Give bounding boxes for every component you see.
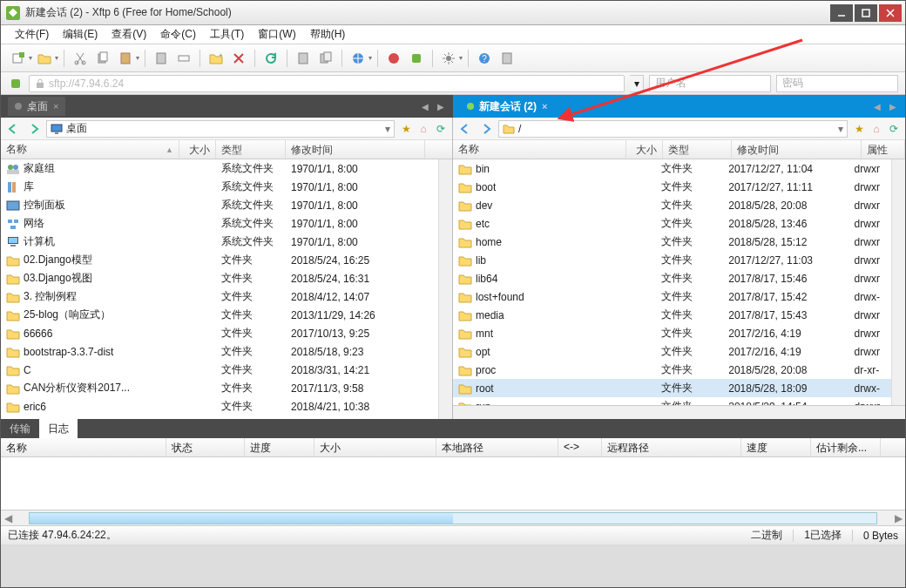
transfer-list[interactable]	[1, 457, 905, 510]
refresh-icon[interactable]: ⟳	[886, 121, 902, 137]
xcol-speed[interactable]: 速度	[741, 438, 811, 456]
col-mtime[interactable]: 修改时间	[286, 140, 425, 159]
new-session-icon[interactable]	[8, 48, 29, 69]
scrollbar[interactable]	[438, 159, 452, 419]
properties-icon[interactable]	[151, 48, 172, 69]
table-row[interactable]: mnt文件夹2017/2/16, 4:19drwxr	[453, 324, 891, 342]
cut-icon[interactable]	[70, 48, 91, 69]
forward-button[interactable]	[25, 120, 43, 138]
queue-icon[interactable]	[315, 48, 336, 69]
rename-icon[interactable]	[173, 48, 194, 69]
menu-window[interactable]: 窗口(W)	[251, 27, 302, 42]
menu-view[interactable]: 查看(V)	[105, 27, 153, 42]
back-button[interactable]	[4, 120, 22, 138]
close-icon[interactable]: ×	[53, 101, 58, 112]
dropdown-icon[interactable]: ▾	[459, 54, 463, 62]
dropdown-icon[interactable]: ▾	[55, 54, 58, 62]
open-session-icon[interactable]	[34, 48, 55, 69]
scrollbar[interactable]	[453, 405, 905, 419]
new-folder-icon[interactable]: +	[206, 48, 226, 69]
forward-button[interactable]	[477, 120, 495, 138]
close-button[interactable]	[879, 4, 902, 22]
dropdown-icon[interactable]: ▾	[136, 54, 139, 62]
table-row[interactable]: dev文件夹2018/5/28, 20:08drwxr	[453, 196, 891, 214]
col-type[interactable]: 类型	[663, 140, 733, 159]
password-field[interactable]: 密码	[776, 75, 898, 92]
table-row[interactable]: 计算机系统文件夹1970/1/1, 8:00	[1, 233, 438, 251]
settings-icon[interactable]	[438, 48, 459, 69]
xcol-progress[interactable]: 进度	[245, 438, 314, 456]
table-row[interactable]: media文件夹2017/8/17, 15:43drwxr	[453, 306, 891, 324]
col-size[interactable]: 大小	[626, 140, 663, 159]
table-row[interactable]: 库系统文件夹1970/1/1, 8:00	[1, 178, 438, 196]
table-row[interactable]: 02.Django模型文件夹2018/5/24, 16:25	[1, 251, 438, 269]
address-drop-icon[interactable]: ▾	[630, 75, 644, 92]
menu-file[interactable]: 文件(F)	[8, 27, 56, 42]
col-mtime[interactable]: 修改时间	[732, 140, 862, 159]
table-row[interactable]: 03.Django视图文件夹2018/5/24, 16:31	[1, 269, 438, 287]
maximize-button[interactable]	[855, 4, 877, 22]
address-field[interactable]: sftp://47.94.6.24	[29, 75, 625, 92]
table-row[interactable]: CAN分析仪资料2017...文件夹2017/11/3, 9:58	[1, 379, 438, 397]
chevron-down-icon[interactable]: ▾	[838, 123, 843, 135]
scrollbar[interactable]	[891, 159, 905, 405]
minimize-button[interactable]	[830, 4, 853, 22]
remote-path-field[interactable]: / ▾	[498, 120, 848, 138]
col-name[interactable]: 名称	[453, 140, 626, 159]
about-icon[interactable]	[497, 48, 517, 69]
xcol-name[interactable]: 名称	[1, 438, 166, 456]
tab-transfer[interactable]: 传输	[1, 422, 39, 436]
table-row[interactable]: etc文件夹2018/5/28, 13:46drwxr	[453, 214, 891, 233]
table-row[interactable]: root文件夹2018/5/28, 18:09drwx-	[453, 379, 891, 397]
table-row[interactable]: 66666文件夹2017/10/13, 9:25	[1, 324, 438, 342]
globe-icon[interactable]	[348, 48, 368, 69]
home-icon[interactable]: ⌂	[416, 121, 431, 137]
xcol-localpath[interactable]: 本地路径	[436, 438, 558, 456]
table-row[interactable]: 网络系统文件夹1970/1/1, 8:00	[1, 214, 438, 233]
xcol-remotepath[interactable]: 远程路径	[602, 438, 741, 456]
table-row[interactable]: 3. 控制例程文件夹2018/4/12, 14:07	[1, 287, 438, 306]
col-attr[interactable]: 属性	[862, 140, 905, 159]
tab-prev-icon[interactable]: ◀	[418, 99, 432, 113]
local-path-field[interactable]: 桌面 ▾	[46, 120, 395, 138]
table-row[interactable]: FSCapturehhb_Dow...文件夹2018/4/10, 19:01	[1, 416, 438, 419]
table-row[interactable]: home文件夹2018/5/28, 15:12drwxr	[453, 233, 891, 251]
dropdown-icon[interactable]: ▾	[29, 54, 32, 62]
col-name[interactable]: 名称 ▲	[1, 140, 179, 159]
table-row[interactable]: C文件夹2018/3/31, 14:21	[1, 361, 438, 379]
table-row[interactable]: run文件夹2018/5/29, 14:54drwxr	[453, 397, 891, 405]
tab-local-desktop[interactable]: 桌面 ×	[8, 97, 65, 116]
xcol-direction[interactable]: <->	[558, 438, 602, 456]
transfer-icon[interactable]	[293, 48, 314, 69]
refresh-icon[interactable]: ⟳	[433, 121, 449, 137]
table-row[interactable]: 控制面板系统文件夹1970/1/1, 8:00	[1, 196, 438, 214]
reconnect-icon[interactable]	[406, 48, 427, 69]
remote-file-list[interactable]: bin文件夹2017/12/27, 11:04drwxrboot文件夹2017/…	[453, 159, 891, 405]
refresh-icon[interactable]	[260, 48, 281, 69]
table-row[interactable]: bootstrap-3.3.7-dist文件夹2018/5/18, 9:23	[1, 342, 438, 361]
username-field[interactable]: 用户名	[649, 75, 771, 92]
xcol-eta[interactable]: 估计剩余...	[811, 438, 881, 456]
table-row[interactable]: lost+found文件夹2017/8/17, 15:42drwx-	[453, 287, 891, 306]
tab-log[interactable]: 日志	[39, 419, 78, 438]
home-icon[interactable]: ⌂	[869, 121, 884, 137]
tab-next-icon[interactable]: ▶	[434, 99, 448, 113]
table-row[interactable]: boot文件夹2017/12/27, 11:11drwxr	[453, 178, 891, 196]
menu-help[interactable]: 帮助(H)	[303, 27, 353, 42]
scrollbar[interactable]: ◀ ▶	[1, 510, 905, 525]
menu-tools[interactable]: 工具(T)	[203, 27, 251, 42]
chevron-down-icon[interactable]: ▾	[385, 123, 390, 135]
col-size[interactable]: 大小	[179, 140, 216, 159]
tab-remote-session[interactable]: 新建会话 (2) ×	[460, 97, 554, 116]
stop-icon[interactable]	[383, 48, 404, 69]
xcol-size[interactable]: 大小	[314, 438, 436, 456]
table-row[interactable]: 25-blog（响应式）文件夹2013/11/29, 14:26	[1, 306, 438, 324]
local-file-list[interactable]: 家庭组系统文件夹1970/1/1, 8:00库系统文件夹1970/1/1, 8:…	[1, 159, 438, 419]
table-row[interactable]: 家庭组系统文件夹1970/1/1, 8:00	[1, 159, 438, 178]
title-bar[interactable]: 新建会话 (2) - Xftp 6 (Free for Home/School)	[1, 1, 905, 25]
table-row[interactable]: lib文件夹2017/12/27, 11:03drwxr	[453, 251, 891, 269]
back-button[interactable]	[456, 120, 474, 138]
menu-edit[interactable]: 编辑(E)	[56, 27, 105, 42]
close-icon[interactable]: ×	[542, 101, 547, 112]
bookmark-icon[interactable]: ★	[398, 121, 414, 137]
